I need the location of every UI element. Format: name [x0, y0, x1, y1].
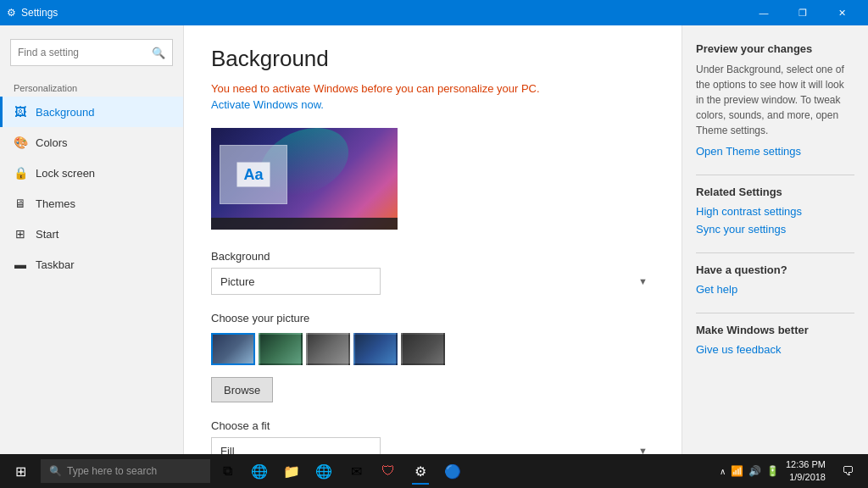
taskbar-nav-icon: ▬ [14, 258, 27, 271]
search-icon: 🔍 [152, 47, 165, 59]
sidebar-item-background-label: Background [36, 106, 94, 119]
high-contrast-link[interactable]: High contrast settings [696, 205, 854, 218]
get-help-link[interactable]: Get help [696, 283, 854, 296]
titlebar-title-text: Settings [21, 7, 58, 19]
sidebar-item-themes[interactable]: 🖥 Themes [0, 188, 183, 219]
taskbar-search-text: Type here to search [67, 465, 157, 477]
fit-select-wrapper: Fill Fit Stretch Tile Center Span ▼ [211, 437, 654, 454]
system-clock[interactable]: 12:36 PM 1/9/2018 [786, 458, 826, 485]
preview-image: Aa [211, 128, 398, 230]
clock-time: 12:36 PM [786, 458, 826, 471]
feedback-section: Make Windows better Give us feedback [696, 324, 854, 356]
preview-taskbar [211, 218, 398, 230]
background-select-arrow: ▼ [638, 276, 648, 286]
divider-3 [696, 313, 854, 313]
titlebar-controls: — ❐ ✕ [744, 0, 861, 25]
themes-icon: 🖥 [14, 197, 27, 210]
network-icon[interactable]: 📶 [731, 465, 743, 477]
preview-description: Under Background, select one of the opti… [696, 62, 854, 138]
sidebar-item-taskbar[interactable]: ▬ Taskbar [0, 249, 183, 280]
taskbar-apps: ⧉ 🌐 📁 🌐 ✉ 🛡 ⚙ 🔵 [212, 456, 468, 486]
divider-1 [696, 175, 854, 175]
start-icon: ⊞ [14, 227, 27, 241]
taskbar-app-av[interactable]: 🛡 [373, 456, 403, 486]
fit-select[interactable]: Fill Fit Stretch Tile Center Span [211, 437, 381, 454]
activation-warning: You need to activate Windows before you … [211, 82, 654, 95]
choose-fit-label: Choose a fit [211, 419, 654, 432]
feedback-link[interactable]: Give us feedback [696, 343, 854, 356]
titlebar-title: ⚙ Settings [7, 7, 58, 19]
sidebar-item-colors-label: Colors [36, 136, 68, 149]
browse-button[interactable]: Browse [211, 377, 273, 402]
sidebar-item-lock-label: Lock screen [36, 167, 95, 180]
picture-grid [211, 333, 654, 365]
background-field-label: Background [211, 250, 654, 263]
notification-button[interactable]: 🗨 [832, 456, 863, 486]
minimize-button[interactable]: — [744, 0, 783, 25]
picture-thumb-5[interactable] [401, 333, 445, 365]
taskbar-app-chrome[interactable]: 🔵 [437, 456, 468, 486]
taskbar-app-mail[interactable]: ✉ [341, 456, 371, 486]
battery-icon[interactable]: 🔋 [766, 465, 779, 477]
sidebar-item-lock-screen[interactable]: 🔒 Lock screen [0, 158, 183, 188]
taskbar-chevron-icon[interactable]: ∧ [720, 467, 726, 476]
search-input[interactable] [18, 47, 152, 58]
preview-section: Preview your changes Under Background, s… [696, 42, 854, 158]
related-settings-title: Related Settings [696, 186, 854, 198]
volume-icon[interactable]: 🔊 [748, 465, 761, 477]
taskbar-app-settings[interactable]: ⚙ [405, 456, 436, 486]
choose-picture-label: Choose your picture [211, 312, 654, 324]
preview-section-title: Preview your changes [696, 42, 854, 55]
sidebar-item-colors[interactable]: 🎨 Colors [0, 127, 183, 158]
taskbar-left: ⊞ 🔍 Type here to search ⧉ 🌐 📁 🌐 ✉ 🛡 ⚙ 🔵 [5, 456, 468, 486]
background-icon: 🖼 [14, 105, 27, 119]
clock-date: 1/9/2018 [789, 471, 826, 484]
picture-thumb-2[interactable] [259, 333, 303, 365]
search-box[interactable]: 🔍 [10, 39, 173, 66]
taskbar-right: ∧ 📶 🔊 🔋 12:36 PM 1/9/2018 🗨 [720, 456, 863, 486]
sync-settings-link[interactable]: Sync your settings [696, 223, 854, 236]
taskbar-search-icon: 🔍 [49, 465, 62, 477]
picture-thumb-1[interactable] [211, 333, 255, 365]
sidebar-item-start[interactable]: ⊞ Start [0, 219, 183, 249]
sidebar: 🔍 Personalization 🖼 Background 🎨 Colors … [0, 25, 184, 454]
settings-icon: ⚙ [7, 7, 16, 19]
background-select-wrapper: Picture Solid color Slideshow ▼ [211, 268, 654, 295]
system-icons: ∧ 📶 🔊 🔋 [720, 465, 779, 477]
app-body: 🔍 Personalization 🖼 Background 🎨 Colors … [0, 25, 868, 454]
fit-select-arrow: ▼ [638, 446, 648, 454]
close-button[interactable]: ✕ [822, 0, 861, 25]
preview-window: Aa [220, 145, 287, 204]
sidebar-item-taskbar-label: Taskbar [36, 258, 75, 271]
divider-2 [696, 252, 854, 253]
taskbar-app-explorer[interactable]: 📁 [276, 456, 307, 486]
lock-icon: 🔒 [14, 166, 27, 180]
taskbar-app-ie[interactable]: 🌐 [309, 456, 339, 486]
make-better-title: Make Windows better [696, 324, 854, 336]
page-title: Background [211, 46, 654, 72]
sidebar-item-background[interactable]: 🖼 Background [0, 97, 183, 127]
picture-thumb-4[interactable] [353, 333, 398, 365]
taskbar-app-edge[interactable]: 🌐 [244, 456, 275, 486]
help-section-title: Have a question? [696, 263, 854, 276]
picture-thumb-3[interactable] [306, 333, 350, 365]
preview-aa-text: Aa [236, 163, 270, 187]
taskbar-search[interactable]: 🔍 Type here to search [41, 459, 210, 483]
related-settings-section: Related Settings High contrast settings … [696, 186, 854, 236]
activation-link[interactable]: Activate Windows now. [211, 98, 324, 111]
taskbar-app-task-view[interactable]: ⧉ [212, 456, 242, 486]
restore-button[interactable]: ❐ [783, 0, 822, 25]
help-section: Have a question? Get help [696, 263, 854, 296]
titlebar: ⚙ Settings — ❐ ✕ [0, 0, 868, 25]
main-content: Background You need to activate Windows … [184, 25, 682, 454]
sidebar-item-start-label: Start [36, 228, 58, 241]
taskbar: ⊞ 🔍 Type here to search ⧉ 🌐 📁 🌐 ✉ 🛡 ⚙ 🔵 … [0, 454, 868, 488]
start-button[interactable]: ⊞ [5, 456, 36, 486]
sidebar-section-label: Personalization [0, 73, 183, 97]
colors-icon: 🎨 [14, 136, 27, 149]
sidebar-item-themes-label: Themes [36, 197, 75, 210]
background-select[interactable]: Picture Solid color Slideshow [211, 268, 381, 295]
right-panel: Preview your changes Under Background, s… [682, 25, 868, 454]
open-theme-settings-link[interactable]: Open Theme settings [696, 145, 854, 158]
